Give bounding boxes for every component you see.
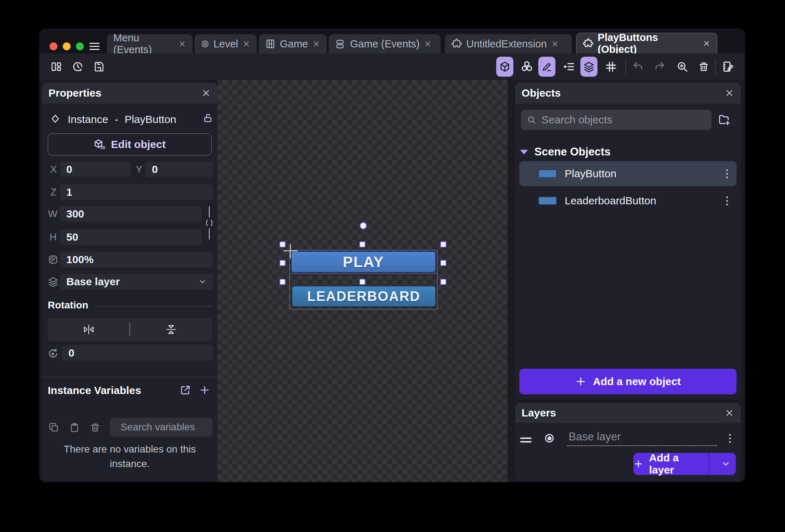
add-layer-button[interactable]: Add a layer <box>633 452 702 476</box>
lock-instance-button[interactable] <box>202 113 213 123</box>
zoom-button[interactable] <box>675 61 689 73</box>
link-width-height-toggle[interactable] <box>205 206 214 245</box>
tab-close-icon[interactable] <box>242 40 250 48</box>
app-menu-button[interactable] <box>88 40 101 52</box>
h-input[interactable] <box>66 231 195 243</box>
selection-handle[interactable] <box>440 260 446 266</box>
paste-variable-button[interactable] <box>69 422 80 433</box>
layer-select-value: Base layer <box>66 276 120 288</box>
copy-variable-button[interactable] <box>48 422 59 433</box>
layer-row-base-layer[interactable]: Base layer <box>515 428 741 449</box>
selection-handle[interactable] <box>359 241 365 247</box>
w-input[interactable] <box>66 208 195 220</box>
trash-icon <box>90 422 101 433</box>
scene-objects-group[interactable]: Scene Objects <box>520 145 611 158</box>
tab-game[interactable]: Game <box>259 34 327 53</box>
selection-handle[interactable] <box>440 241 446 247</box>
properties-title: Properties <box>48 87 101 99</box>
tab-close-icon[interactable] <box>703 40 710 47</box>
toggle-grid-button[interactable] <box>602 57 620 77</box>
delete-variable-button[interactable] <box>90 422 101 433</box>
kebab-menu-icon[interactable] <box>726 173 728 175</box>
open-variables-editor-button[interactable] <box>180 384 191 396</box>
delete-button[interactable] <box>697 61 711 73</box>
traffic-close-button[interactable] <box>50 42 57 50</box>
trash-icon <box>698 61 709 72</box>
tab-playbuttons-object[interactable]: PlayButtons (Object) <box>576 33 717 53</box>
layer-select[interactable]: Base layer <box>60 274 213 290</box>
close-objects-button[interactable] <box>724 88 734 98</box>
home-panels-button[interactable] <box>50 61 63 73</box>
add-new-object-button[interactable]: Add a new object <box>519 369 737 394</box>
save-button[interactable] <box>93 61 106 73</box>
instance-type-label: Instance <box>68 113 108 126</box>
selection-handle[interactable] <box>440 279 446 285</box>
add-layer-options-button[interactable] <box>716 453 736 475</box>
tab-close-icon[interactable] <box>551 40 559 48</box>
play-button-instance[interactable]: PLAY <box>291 251 436 273</box>
x-input[interactable] <box>66 163 125 175</box>
layers-title: Layers <box>522 407 556 419</box>
traffic-zoom-button[interactable] <box>76 42 84 50</box>
unlock-icon <box>202 113 213 123</box>
toggle-objects-panel-button[interactable] <box>496 57 513 77</box>
scene-canvas[interactable]: PLAY LEADERBOARD 223;-138 <box>217 80 508 482</box>
tab-close-icon[interactable] <box>178 40 186 48</box>
search-objects-box <box>521 110 712 130</box>
layer-name-field[interactable]: Base layer <box>567 430 717 446</box>
z-field-wrap <box>60 184 213 200</box>
edit-object-button[interactable]: Edit object <box>48 133 212 155</box>
kebab-menu-icon[interactable] <box>726 200 728 202</box>
properties-panel: Properties Instance - PlayButton Edit ob… <box>42 83 217 481</box>
screenshot-root: Menu (Events) Level Game Game (Events) U <box>0 0 785 532</box>
stacked-cubes-icon <box>521 61 533 73</box>
add-objects-folder-button[interactable] <box>718 113 731 126</box>
layout-icon <box>51 61 62 72</box>
tab-menu-events[interactable]: Menu (Events) <box>107 34 193 53</box>
tab-game-events[interactable]: Game (Events) <box>329 34 441 53</box>
selection-handle[interactable] <box>279 260 286 266</box>
close-properties-button[interactable] <box>201 88 211 98</box>
flip-vertical-button[interactable] <box>130 322 212 337</box>
flip-horizontal-button[interactable] <box>48 322 129 337</box>
layers-panel: Layers Base layer Add a layer <box>515 403 741 481</box>
tab-close-icon[interactable] <box>312 40 320 48</box>
opacity-input[interactable] <box>66 254 207 266</box>
object-groups-button[interactable] <box>518 57 535 77</box>
selection-handle[interactable] <box>359 279 365 285</box>
search-variables-input[interactable] <box>120 421 217 433</box>
selection-handle[interactable] <box>279 279 286 285</box>
history-button[interactable] <box>71 61 84 73</box>
add-variable-button[interactable] <box>199 384 210 396</box>
object-row-leaderboardbutton[interactable]: LeaderboardButton <box>519 188 737 213</box>
layer-visibility-radio[interactable] <box>545 434 554 443</box>
instance-name-label: PlayButton <box>124 113 176 126</box>
undo-button[interactable] <box>631 61 645 73</box>
folder-plus-icon <box>718 113 731 126</box>
flip-toolbar <box>48 318 212 341</box>
instances-list-button[interactable] <box>560 57 578 77</box>
close-layers-button[interactable] <box>724 408 734 418</box>
drag-handle-icon[interactable] <box>520 438 532 439</box>
redo-button[interactable] <box>652 61 667 73</box>
leaderboard-button-instance[interactable]: LEADERBOARD <box>292 286 436 307</box>
toggle-properties-panel-button[interactable] <box>538 57 555 77</box>
puzzle-icon <box>451 39 462 49</box>
rotation-input[interactable] <box>68 347 207 359</box>
toggle-layers-panel-button[interactable] <box>580 57 597 77</box>
z-input[interactable] <box>66 186 207 198</box>
tab-close-icon[interactable] <box>424 40 432 48</box>
tab-level[interactable]: Level <box>195 34 257 53</box>
variables-empty-message: There are no variables on this instance. <box>55 442 205 471</box>
object-row-playbutton[interactable]: PlayButton <box>519 161 737 186</box>
traffic-minimize-button[interactable] <box>63 42 71 50</box>
storyboard-icon <box>265 39 276 49</box>
objects-panel-header: Objects <box>515 83 741 103</box>
rotate-handle[interactable] <box>360 222 367 229</box>
search-objects-input[interactable] <box>542 114 706 126</box>
edit-scene-properties-button[interactable] <box>720 61 736 73</box>
kebab-menu-icon[interactable] <box>729 438 731 439</box>
tab-untitled-extension[interactable]: UntitledExtension <box>445 34 572 53</box>
y-input[interactable] <box>152 163 207 175</box>
save-icon <box>93 61 105 72</box>
